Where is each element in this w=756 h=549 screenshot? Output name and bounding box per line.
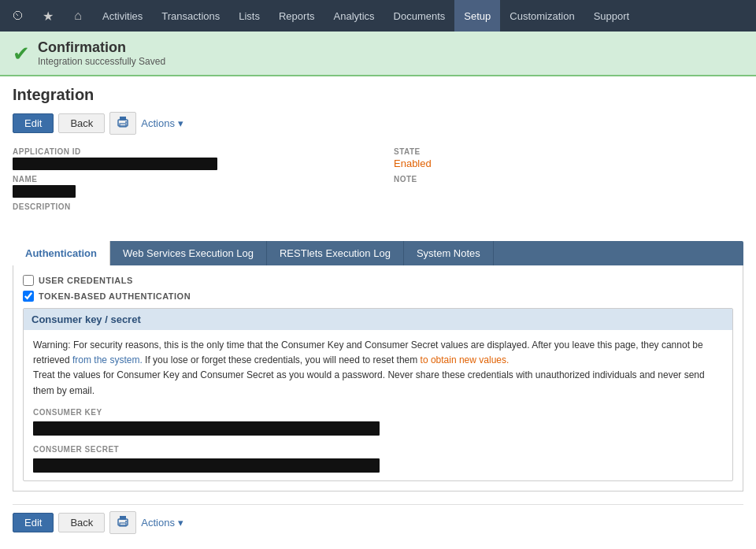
state-label: STATE — [394, 147, 743, 156]
fields-section: APPLICATION ID STATE Enabled NAME NOTE D… — [13, 147, 743, 225]
token-based-row: TOKEN-BASED AUTHENTICATION — [23, 291, 733, 302]
tabs-bar: Authentication Web Services Execution Lo… — [13, 241, 743, 265]
consumer-secret-field: CONSUMER SECRET — [33, 443, 723, 473]
name-label: NAME — [13, 175, 362, 184]
bottom-back-button[interactable]: Back — [58, 513, 105, 532]
nav-item-setup[interactable]: Setup — [454, 0, 500, 32]
warning-text-2: If you lose or forget these credentials,… — [143, 354, 421, 365]
tab-restlets-log[interactable]: RESTlets Execution Log — [267, 241, 404, 265]
consumer-key-body: Warning: For security reasons, this is t… — [24, 330, 732, 480]
confirmation-banner: ✔ Confirmation Integration successfully … — [0, 32, 756, 76]
svg-rect-1 — [120, 117, 126, 121]
bottom-toolbar: Edit Back Actions ▾ — [13, 504, 743, 540]
tab-system-notes[interactable]: System Notes — [404, 241, 494, 265]
warning-paragraph-1: Warning: For security reasons, this is t… — [33, 338, 723, 368]
user-credentials-label[interactable]: USER CREDENTIALS — [39, 276, 133, 285]
nav-item-analytics[interactable]: Analytics — [324, 0, 384, 32]
consumer-secret-value — [33, 458, 380, 473]
actions-button[interactable]: Actions ▾ — [141, 117, 183, 129]
svg-point-7 — [125, 521, 127, 522]
description-value — [13, 213, 362, 225]
tab-content-authentication: USER CREDENTIALS TOKEN-BASED AUTHENTICAT… — [13, 265, 743, 492]
warning-link: from the system. — [72, 354, 143, 365]
consumer-key-header: Consumer key / secret — [24, 309, 732, 330]
nav-item-support[interactable]: Support — [584, 0, 639, 32]
nav-item-customization[interactable]: Customization — [500, 0, 584, 32]
top-navigation: ⏲ ★ ⌂ Activities Transactions Lists Repo… — [0, 0, 756, 32]
application-id-redacted — [13, 158, 217, 170]
bottom-print-button[interactable] — [109, 511, 136, 534]
page-content: Integration Edit Back Actions ▾ APPLICAT… — [0, 76, 756, 549]
nav-item-transactions[interactable]: Transactions — [152, 0, 229, 32]
nav-item-reports[interactable]: Reports — [269, 0, 324, 32]
application-id-label: APPLICATION ID — [13, 147, 362, 156]
page-title: Integration — [13, 86, 743, 104]
user-credentials-checkbox[interactable] — [23, 275, 34, 286]
bottom-edit-button[interactable]: Edit — [13, 513, 54, 532]
bottom-actions-button[interactable]: Actions ▾ — [141, 517, 183, 529]
nav-item-lists[interactable]: Lists — [229, 0, 269, 32]
edit-button[interactable]: Edit — [13, 113, 54, 133]
user-credentials-row: USER CREDENTIALS — [23, 275, 733, 286]
token-based-label[interactable]: TOKEN-BASED AUTHENTICATION — [39, 291, 191, 301]
token-based-checkbox[interactable] — [23, 291, 34, 302]
name-redacted — [13, 185, 76, 198]
name-value — [13, 185, 362, 198]
history-icon[interactable]: ⏲ — [3, 0, 33, 32]
nav-item-activities[interactable]: Activities — [93, 0, 152, 32]
tab-authentication[interactable]: Authentication — [13, 241, 110, 265]
warning-link-2: to obtain new values. — [421, 354, 510, 365]
consumer-key-value — [33, 421, 380, 436]
warning-paragraph-2: Treat the values for Consumer Key and Co… — [33, 368, 723, 398]
confirmation-message: Integration successfully Saved — [38, 56, 165, 67]
application-id-value — [13, 158, 362, 170]
bottom-printer-icon — [117, 515, 129, 528]
consumer-key-label: CONSUMER KEY — [33, 406, 723, 419]
confirmation-title: Confirmation — [38, 39, 165, 56]
consumer-key-field: CONSUMER KEY — [33, 406, 723, 436]
home-icon[interactable]: ⌂ — [63, 0, 93, 32]
nav-item-documents[interactable]: Documents — [384, 0, 455, 32]
top-toolbar: Edit Back Actions ▾ — [13, 112, 743, 135]
consumer-key-box: Consumer key / secret Warning: For secur… — [23, 308, 733, 481]
printer-icon — [117, 116, 129, 128]
checkmark-icon: ✔ — [13, 43, 30, 64]
svg-rect-6 — [120, 523, 126, 526]
print-button[interactable] — [109, 112, 136, 135]
back-button[interactable]: Back — [58, 113, 105, 133]
state-value: Enabled — [394, 158, 743, 170]
svg-rect-5 — [120, 516, 126, 520]
consumer-secret-label: CONSUMER SECRET — [33, 443, 723, 456]
tab-web-services-log[interactable]: Web Services Execution Log — [110, 241, 267, 265]
note-label: NOTE — [394, 175, 743, 184]
note-value — [394, 185, 743, 198]
description-label: DESCRIPTION — [13, 202, 362, 211]
star-icon[interactable]: ★ — [33, 0, 63, 32]
svg-point-3 — [125, 121, 127, 123]
